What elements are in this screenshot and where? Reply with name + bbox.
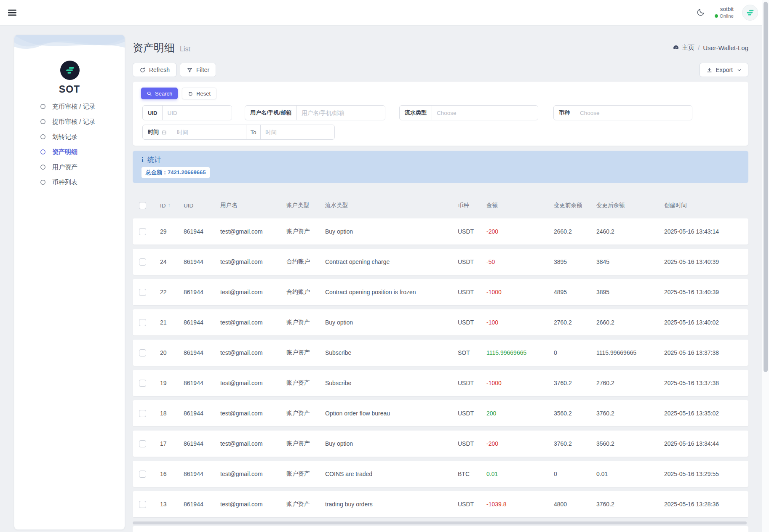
cell-id: 16 [160, 471, 184, 477]
cell-created-at: 2025-05-16 13:40:02 [664, 319, 748, 326]
user-name: sotbit [715, 6, 734, 13]
search-button-row: Search Reset [141, 88, 740, 99]
row-checkbox[interactable] [139, 410, 146, 417]
breadcrumb-current: User-Wallet-Log [703, 44, 748, 51]
time-field-label: 时间 [143, 125, 172, 139]
cell-uid: 861944 [184, 471, 220, 477]
time-end-input[interactable] [261, 125, 334, 139]
breadcrumb-separator: / [698, 44, 700, 51]
sidebar-item-user-assets[interactable]: 用户资产 [14, 160, 125, 175]
coin-select[interactable] [575, 106, 692, 120]
row-checkbox[interactable] [139, 319, 146, 326]
cell-coin: USDT [458, 258, 486, 265]
circle-icon [40, 179, 46, 185]
uid-input[interactable] [163, 106, 232, 120]
cell-uid: 861944 [184, 228, 220, 235]
sidebar-item-deposit-audit[interactable]: 充币审核 / 记录 [14, 99, 125, 114]
cell-account-type: 账户资产 [286, 410, 325, 417]
header-created-at: 创建时间 [664, 202, 748, 209]
row-checkbox[interactable] [139, 501, 146, 508]
row-checkbox[interactable] [139, 289, 146, 296]
sidebar-item-transfer-records[interactable]: 划转记录 [14, 129, 125, 144]
header-coin: 币种 [458, 202, 486, 209]
cell-amount: -1000 [486, 289, 554, 295]
select-all-checkbox[interactable] [139, 202, 146, 209]
statistics-panel: i 统计 总金额：7421.20669665 [133, 151, 748, 183]
vertical-scrollbar-track [762, 0, 769, 532]
header-id[interactable]: ID ↑ [160, 202, 184, 209]
cell-amount: -1039.8 [486, 501, 554, 508]
vertical-scrollbar-thumb[interactable] [764, 2, 768, 372]
cell-created-at: 2025-05-16 13:40:39 [664, 289, 748, 295]
filter-button[interactable]: Filter [180, 63, 216, 77]
row-checkbox[interactable] [139, 440, 146, 447]
search-button[interactable]: Search [141, 88, 178, 99]
total-amount-badge: 总金额：7421.20669665 [142, 167, 210, 178]
reset-button[interactable]: Reset [182, 88, 216, 99]
table-row: 29 861944 test@gmail.com 账户资产 Buy option… [133, 218, 748, 245]
cell-username: test@gmail.com [220, 410, 286, 417]
cell-balance-after: 3895 [596, 289, 664, 295]
circle-icon [40, 149, 46, 155]
sidebar-item-coin-list[interactable]: 币种列表 [14, 175, 125, 190]
cell-flow-type: Subscribe [325, 349, 458, 356]
search-label: Search [155, 90, 172, 97]
row-checkbox[interactable] [139, 471, 146, 478]
total-amount-value: 7421.20669665 [168, 169, 206, 176]
cell-coin: USDT [458, 319, 486, 326]
export-button[interactable]: Export [700, 63, 748, 77]
header-account-type: 账户类型 [286, 202, 325, 209]
toolbar-left: Refresh Filter [133, 63, 216, 77]
row-checkbox[interactable] [139, 380, 146, 387]
cell-id: 18 [160, 410, 184, 417]
cell-balance-after: 1115.99669665 [596, 349, 664, 356]
header-balance-before: 变更前余额 [554, 202, 596, 209]
brand-name: SOT [14, 84, 125, 95]
cell-created-at: 2025-05-16 13:35:02 [664, 410, 748, 417]
cell-created-at: 2025-05-16 13:37:38 [664, 380, 748, 386]
navbar-right: sotbit Online [696, 0, 758, 25]
cell-flow-type: Option order flow bureau [325, 410, 458, 417]
cell-created-at: 2025-05-16 13:29:55 [664, 471, 748, 477]
hamburger-menu-icon[interactable] [7, 7, 18, 18]
sort-asc-icon: ↑ [168, 202, 171, 208]
sidebar-item-asset-detail[interactable]: 资产明细 [14, 144, 125, 160]
info-icon: i [142, 156, 144, 164]
username-field-group: 用户名/手机/邮箱 [245, 105, 385, 120]
breadcrumb-home-link[interactable]: 主页 [673, 44, 694, 52]
cell-username: test@gmail.com [220, 501, 286, 508]
cell-balance-before: 0 [554, 349, 596, 356]
cell-account-type: 账户资产 [286, 470, 325, 478]
cell-amount: 0.01 [486, 471, 554, 477]
breadcrumb-home-label: 主页 [682, 44, 694, 52]
cell-username: test@gmail.com [220, 471, 286, 477]
username-input[interactable] [297, 106, 385, 120]
calendar-icon [161, 130, 167, 135]
circle-icon [40, 164, 46, 170]
refresh-button[interactable]: Refresh [133, 63, 176, 77]
cell-account-type: 账户资产 [286, 440, 325, 447]
sidebar-item-withdraw-audit[interactable]: 提币审核 / 记录 [14, 114, 125, 129]
row-checkbox[interactable] [139, 258, 146, 266]
uid-field-label: UID [143, 106, 163, 120]
header-uid: UID [184, 202, 220, 209]
flow-type-field-group: 流水类型 [399, 105, 538, 120]
cell-amount: -1000 [486, 380, 554, 386]
cell-flow-type: Contract opening position is frozen [325, 289, 458, 295]
row-checkbox[interactable] [139, 228, 146, 235]
cell-created-at: 2025-05-16 13:43:14 [664, 228, 748, 235]
cell-balance-before: 3895 [554, 258, 596, 265]
avatar[interactable] [742, 5, 758, 21]
refresh-icon [139, 67, 146, 73]
cell-balance-after: 3760.2 [596, 410, 664, 417]
time-start-input[interactable] [172, 125, 246, 139]
dark-mode-toggle-moon-icon[interactable] [696, 8, 706, 18]
filter-label: Filter [196, 66, 209, 73]
cell-balance-before: 3760.2 [554, 440, 596, 447]
flow-type-select[interactable] [432, 106, 538, 120]
horizontal-scrollbar-thumb[interactable] [133, 521, 747, 524]
cell-coin: USDT [458, 289, 486, 295]
brand-logo[interactable] [60, 61, 80, 80]
row-checkbox[interactable] [139, 349, 146, 356]
user-meta: sotbit Online [715, 6, 734, 19]
